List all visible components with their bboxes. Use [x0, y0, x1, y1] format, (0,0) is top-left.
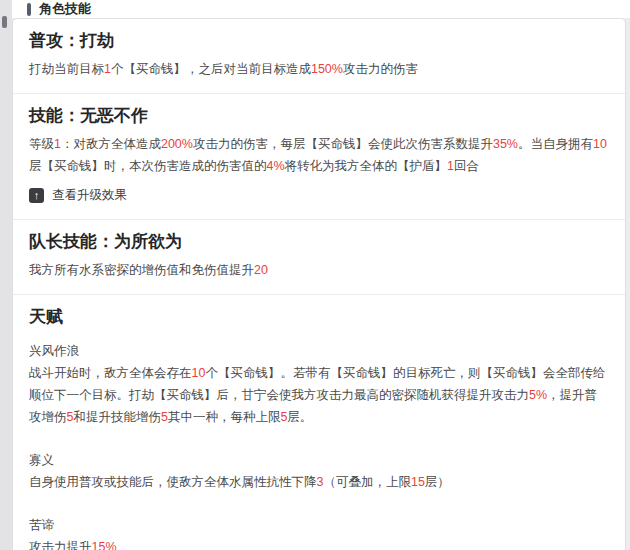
talent-description: 战斗开始时，敌方全体会存在10个【买命钱】。若带有【买命钱】的目标死亡，则【买命…	[29, 362, 609, 428]
leader-skill-heading: 队长技能：为所欲为	[29, 230, 609, 254]
skill-heading: 技能：无恶不作	[29, 104, 609, 128]
page: 角色技能 普攻：打劫 打劫当前目标1个【买命钱】，之后对当前目标造成150%攻击…	[0, 0, 630, 550]
section-leader-skill: 队长技能：为所欲为 我方所有水系密探的增伤值和免伤值提升20	[13, 219, 625, 294]
content-column: 角色技能 普攻：打劫 打劫当前目标1个【买命钱】，之后对当前目标造成150%攻击…	[12, 0, 630, 550]
talent-item: 苦谛 攻击力提升15%	[29, 514, 609, 550]
arrow-up-icon	[29, 188, 44, 203]
heading-accent-bar	[27, 3, 31, 16]
leader-skill-description: 我方所有水系密探的增伤值和免伤值提升20	[29, 259, 609, 281]
talent-name: 兴风作浪	[29, 340, 609, 362]
view-upgrade-label: 查看升级效果	[52, 187, 127, 204]
section-skill: 技能：无恶不作 等级1：对敌方全体造成200%攻击力的伤害，每层【买命钱】会使此…	[13, 93, 625, 219]
view-upgrade-button[interactable]: 查看升级效果	[29, 187, 127, 204]
skills-card: 普攻：打劫 打劫当前目标1个【买命钱】，之后对当前目标造成150%攻击力的伤害 …	[12, 18, 626, 550]
talents-heading: 天赋	[29, 305, 609, 329]
talent-name: 苦谛	[29, 514, 609, 536]
section-normal-attack: 普攻：打劫 打劫当前目标1个【买命钱】，之后对当前目标造成150%攻击力的伤害	[13, 19, 625, 93]
talent-item: 寡义 自身使用普攻或技能后，使敌方全体水属性抗性下降3（可叠加，上限15层）	[29, 449, 609, 493]
normal-attack-heading: 普攻：打劫	[29, 29, 609, 53]
talent-description: 自身使用普攻或技能后，使敌方全体水属性抗性下降3（可叠加，上限15层）	[29, 471, 609, 493]
talent-item: 兴风作浪 战斗开始时，敌方全体会存在10个【买命钱】。若带有【买命钱】的目标死亡…	[29, 340, 609, 428]
page-title: 角色技能	[39, 0, 91, 18]
normal-attack-description: 打劫当前目标1个【买命钱】，之后对当前目标造成150%攻击力的伤害	[29, 58, 609, 80]
scrollbar-thumb[interactable]	[2, 16, 7, 28]
section-header-bar: 角色技能	[12, 0, 630, 18]
talent-description: 攻击力提升15%	[29, 536, 609, 550]
section-talents: 天赋 兴风作浪 战斗开始时，敌方全体会存在10个【买命钱】。若带有【买命钱】的目…	[13, 294, 625, 550]
skill-description: 等级1：对敌方全体造成200%攻击力的伤害，每层【买命钱】会使此次伤害系数提升3…	[29, 133, 609, 177]
talent-name: 寡义	[29, 449, 609, 471]
left-scrollbar-track	[0, 0, 12, 550]
